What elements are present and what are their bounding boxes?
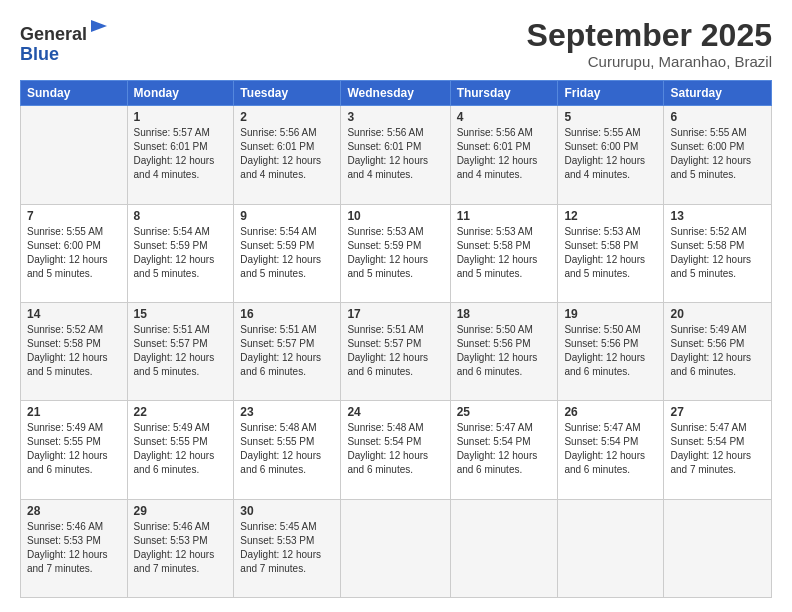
col-monday: Monday — [127, 81, 234, 106]
logo-blue: Blue — [20, 44, 59, 64]
header: General Blue September 2025 Cururupu, Ma… — [20, 18, 772, 70]
table-row: 26Sunrise: 5:47 AM Sunset: 5:54 PM Dayli… — [558, 401, 664, 499]
day-number: 17 — [347, 307, 443, 321]
day-info: Sunrise: 5:45 AM Sunset: 5:53 PM Dayligh… — [240, 520, 334, 576]
day-number: 4 — [457, 110, 552, 124]
table-row: 9Sunrise: 5:54 AM Sunset: 5:59 PM Daylig… — [234, 204, 341, 302]
day-number: 5 — [564, 110, 657, 124]
title-block: September 2025 Cururupu, Maranhao, Brazi… — [527, 18, 772, 70]
day-info: Sunrise: 5:53 AM Sunset: 5:59 PM Dayligh… — [347, 225, 443, 281]
col-friday: Friday — [558, 81, 664, 106]
day-info: Sunrise: 5:55 AM Sunset: 6:00 PM Dayligh… — [27, 225, 121, 281]
day-number: 2 — [240, 110, 334, 124]
day-info: Sunrise: 5:47 AM Sunset: 5:54 PM Dayligh… — [670, 421, 765, 477]
day-number: 22 — [134, 405, 228, 419]
day-number: 23 — [240, 405, 334, 419]
month-title: September 2025 — [527, 18, 772, 53]
col-thursday: Thursday — [450, 81, 558, 106]
day-info: Sunrise: 5:53 AM Sunset: 5:58 PM Dayligh… — [564, 225, 657, 281]
day-number: 20 — [670, 307, 765, 321]
day-number: 30 — [240, 504, 334, 518]
day-number: 10 — [347, 209, 443, 223]
day-number: 25 — [457, 405, 552, 419]
table-row — [558, 499, 664, 597]
day-number: 28 — [27, 504, 121, 518]
table-row: 21Sunrise: 5:49 AM Sunset: 5:55 PM Dayli… — [21, 401, 128, 499]
day-info: Sunrise: 5:47 AM Sunset: 5:54 PM Dayligh… — [564, 421, 657, 477]
table-row: 24Sunrise: 5:48 AM Sunset: 5:54 PM Dayli… — [341, 401, 450, 499]
day-number: 3 — [347, 110, 443, 124]
day-info: Sunrise: 5:54 AM Sunset: 5:59 PM Dayligh… — [134, 225, 228, 281]
table-row: 20Sunrise: 5:49 AM Sunset: 5:56 PM Dayli… — [664, 302, 772, 400]
day-info: Sunrise: 5:56 AM Sunset: 6:01 PM Dayligh… — [347, 126, 443, 182]
table-row: 27Sunrise: 5:47 AM Sunset: 5:54 PM Dayli… — [664, 401, 772, 499]
logo-blue-text: Blue — [20, 45, 111, 65]
logo-flag-icon — [89, 18, 111, 40]
day-number: 26 — [564, 405, 657, 419]
day-number: 7 — [27, 209, 121, 223]
table-row: 2Sunrise: 5:56 AM Sunset: 6:01 PM Daylig… — [234, 106, 341, 204]
table-row: 7Sunrise: 5:55 AM Sunset: 6:00 PM Daylig… — [21, 204, 128, 302]
table-row — [21, 106, 128, 204]
table-row: 17Sunrise: 5:51 AM Sunset: 5:57 PM Dayli… — [341, 302, 450, 400]
table-row: 1Sunrise: 5:57 AM Sunset: 6:01 PM Daylig… — [127, 106, 234, 204]
day-info: Sunrise: 5:51 AM Sunset: 5:57 PM Dayligh… — [134, 323, 228, 379]
day-number: 13 — [670, 209, 765, 223]
table-row: 8Sunrise: 5:54 AM Sunset: 5:59 PM Daylig… — [127, 204, 234, 302]
table-row: 16Sunrise: 5:51 AM Sunset: 5:57 PM Dayli… — [234, 302, 341, 400]
day-info: Sunrise: 5:49 AM Sunset: 5:55 PM Dayligh… — [27, 421, 121, 477]
day-number: 15 — [134, 307, 228, 321]
day-info: Sunrise: 5:50 AM Sunset: 5:56 PM Dayligh… — [564, 323, 657, 379]
day-info: Sunrise: 5:50 AM Sunset: 5:56 PM Dayligh… — [457, 323, 552, 379]
logo: General Blue — [20, 18, 111, 65]
day-info: Sunrise: 5:53 AM Sunset: 5:58 PM Dayligh… — [457, 225, 552, 281]
day-number: 27 — [670, 405, 765, 419]
calendar-week-4: 28Sunrise: 5:46 AM Sunset: 5:53 PM Dayli… — [21, 499, 772, 597]
day-number: 19 — [564, 307, 657, 321]
day-info: Sunrise: 5:48 AM Sunset: 5:55 PM Dayligh… — [240, 421, 334, 477]
table-row: 25Sunrise: 5:47 AM Sunset: 5:54 PM Dayli… — [450, 401, 558, 499]
day-number: 29 — [134, 504, 228, 518]
table-row: 13Sunrise: 5:52 AM Sunset: 5:58 PM Dayli… — [664, 204, 772, 302]
col-wednesday: Wednesday — [341, 81, 450, 106]
calendar-week-0: 1Sunrise: 5:57 AM Sunset: 6:01 PM Daylig… — [21, 106, 772, 204]
table-row: 14Sunrise: 5:52 AM Sunset: 5:58 PM Dayli… — [21, 302, 128, 400]
header-row: Sunday Monday Tuesday Wednesday Thursday… — [21, 81, 772, 106]
day-info: Sunrise: 5:46 AM Sunset: 5:53 PM Dayligh… — [27, 520, 121, 576]
table-row: 12Sunrise: 5:53 AM Sunset: 5:58 PM Dayli… — [558, 204, 664, 302]
table-row: 15Sunrise: 5:51 AM Sunset: 5:57 PM Dayli… — [127, 302, 234, 400]
day-info: Sunrise: 5:48 AM Sunset: 5:54 PM Dayligh… — [347, 421, 443, 477]
day-info: Sunrise: 5:55 AM Sunset: 6:00 PM Dayligh… — [564, 126, 657, 182]
table-row: 5Sunrise: 5:55 AM Sunset: 6:00 PM Daylig… — [558, 106, 664, 204]
svg-marker-0 — [91, 20, 107, 32]
day-info: Sunrise: 5:56 AM Sunset: 6:01 PM Dayligh… — [457, 126, 552, 182]
day-info: Sunrise: 5:51 AM Sunset: 5:57 PM Dayligh… — [240, 323, 334, 379]
logo-text: General — [20, 18, 111, 45]
day-number: 14 — [27, 307, 121, 321]
day-info: Sunrise: 5:46 AM Sunset: 5:53 PM Dayligh… — [134, 520, 228, 576]
day-info: Sunrise: 5:55 AM Sunset: 6:00 PM Dayligh… — [670, 126, 765, 182]
table-row: 10Sunrise: 5:53 AM Sunset: 5:59 PM Dayli… — [341, 204, 450, 302]
col-tuesday: Tuesday — [234, 81, 341, 106]
day-number: 21 — [27, 405, 121, 419]
day-number: 1 — [134, 110, 228, 124]
table-row — [664, 499, 772, 597]
calendar-week-2: 14Sunrise: 5:52 AM Sunset: 5:58 PM Dayli… — [21, 302, 772, 400]
table-row: 6Sunrise: 5:55 AM Sunset: 6:00 PM Daylig… — [664, 106, 772, 204]
table-row: 30Sunrise: 5:45 AM Sunset: 5:53 PM Dayli… — [234, 499, 341, 597]
day-number: 9 — [240, 209, 334, 223]
logo-general: General — [20, 24, 87, 44]
day-number: 18 — [457, 307, 552, 321]
table-row: 18Sunrise: 5:50 AM Sunset: 5:56 PM Dayli… — [450, 302, 558, 400]
day-number: 11 — [457, 209, 552, 223]
day-info: Sunrise: 5:51 AM Sunset: 5:57 PM Dayligh… — [347, 323, 443, 379]
day-info: Sunrise: 5:57 AM Sunset: 6:01 PM Dayligh… — [134, 126, 228, 182]
page: General Blue September 2025 Cururupu, Ma… — [0, 0, 792, 612]
day-number: 8 — [134, 209, 228, 223]
table-row — [450, 499, 558, 597]
day-number: 12 — [564, 209, 657, 223]
table-row: 28Sunrise: 5:46 AM Sunset: 5:53 PM Dayli… — [21, 499, 128, 597]
col-saturday: Saturday — [664, 81, 772, 106]
table-row: 3Sunrise: 5:56 AM Sunset: 6:01 PM Daylig… — [341, 106, 450, 204]
calendar-table: Sunday Monday Tuesday Wednesday Thursday… — [20, 80, 772, 598]
